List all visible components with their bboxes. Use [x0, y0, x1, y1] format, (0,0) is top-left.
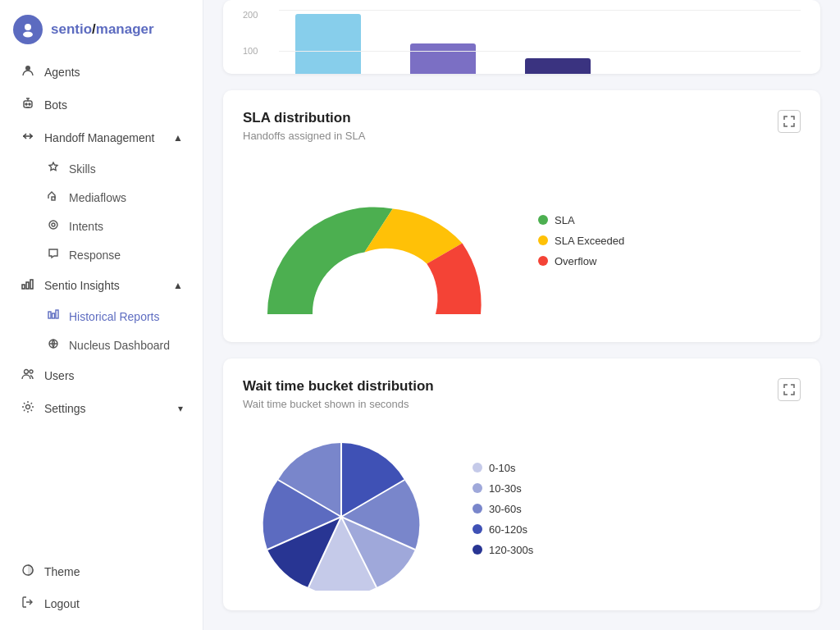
insights-label: Sentio Insights [44, 279, 120, 292]
sidebar-group-insights[interactable]: Sentio Insights ▲ [7, 270, 196, 301]
nucleus-dashboard-label: Nucleus Dashboard [69, 339, 170, 352]
sidebar-item-intents[interactable]: Intents [7, 212, 196, 240]
wait-time-titles: Wait time bucket distribution Wait time … [243, 378, 434, 423]
sidebar-item-agents[interactable]: Agents [7, 57, 196, 88]
agents-label: Agents [44, 66, 80, 79]
sla-legend-exceeded-label: SLA Exceeded [555, 235, 624, 247]
settings-icon [20, 400, 36, 417]
handoff-label: Handoff Management [44, 131, 154, 144]
users-icon [20, 368, 36, 384]
dot-120-300 [472, 545, 482, 555]
sidebar-item-settings[interactable]: Settings ▾ [7, 393, 196, 424]
skills-label: Skills [69, 162, 96, 176]
dot-30-60 [472, 504, 482, 514]
mediaflows-label: Mediaflows [69, 191, 126, 204]
y-label-100: 100 [243, 46, 258, 56]
y-label-200: 200 [243, 10, 258, 20]
response-label: Response [69, 249, 121, 262]
wait-time-body: 0-10s 10-30s 30-60s 60-120s 120-300s [243, 427, 801, 591]
sla-legend-exceeded: SLA Exceeded [538, 235, 624, 247]
sidebar-item-response[interactable]: Response [7, 241, 196, 268]
wait-time-svg [243, 427, 440, 591]
sla-dot [538, 215, 548, 225]
sidebar-item-skills[interactable]: Skills [7, 155, 196, 182]
logout-icon [20, 596, 36, 612]
sla-legend-sla: SLA [538, 214, 624, 226]
svg-point-18 [26, 405, 30, 409]
svg-rect-12 [48, 312, 51, 318]
wait-legend-30-60: 30-60s [472, 503, 533, 515]
svg-point-1 [23, 32, 33, 38]
svg-rect-9 [22, 285, 25, 289]
sidebar-item-bots[interactable]: Bots [7, 89, 196, 121]
wait-time-subtitle: Wait time bucket shown in seconds [243, 398, 434, 410]
sidebar-item-theme[interactable]: Theme [7, 556, 196, 587]
skills-icon [46, 162, 61, 176]
logo-avatar [13, 15, 43, 44]
y-axis: 200 100 0 [243, 10, 262, 74]
nucleus-icon [46, 338, 61, 352]
svg-rect-11 [30, 280, 33, 289]
sla-legend-overflow-label: Overflow [555, 255, 596, 267]
theme-icon [20, 564, 36, 580]
label-10-30: 10-30s [489, 482, 522, 495]
dot-0-10 [472, 463, 482, 472]
bar-abandoned-group [410, 43, 476, 74]
wait-time-expand-button[interactable] [778, 378, 801, 401]
label-0-10: 0-10s [489, 462, 516, 474]
bar-assigned [295, 14, 361, 74]
wait-time-header: Wait time bucket distribution Wait time … [243, 378, 801, 423]
svg-point-5 [29, 103, 30, 105]
label-30-60: 30-60s [489, 503, 522, 515]
sidebar-item-users[interactable]: Users [7, 360, 196, 391]
sidebar-bottom: Theme Logout [0, 555, 203, 630]
users-label: Users [44, 369, 75, 382]
wait-time-pie [243, 427, 440, 591]
mediaflows-icon [46, 190, 61, 204]
svg-rect-13 [52, 313, 55, 318]
intents-label: Intents [69, 220, 103, 233]
svg-point-8 [52, 223, 55, 226]
handoff-icon [20, 130, 36, 146]
bar-cancelled [525, 58, 591, 74]
bots-icon [20, 97, 36, 113]
sidebar-item-logout[interactable]: Logout [7, 588, 196, 619]
sidebar-item-nucleus-dashboard[interactable]: Nucleus Dashboard [7, 331, 196, 358]
grid-line-top [279, 10, 801, 11]
wait-legend-10-30: 10-30s [472, 482, 533, 495]
sla-svg [243, 158, 505, 322]
wait-legend-60-120: 60-120s [472, 523, 533, 536]
svg-rect-6 [52, 197, 55, 200]
svg-point-17 [30, 370, 33, 373]
wait-time-card: Wait time bucket distribution Wait time … [223, 358, 820, 610]
wait-time-title: Wait time bucket distribution [243, 378, 434, 395]
dot-60-120 [472, 524, 482, 534]
sla-overflow-dot [538, 256, 548, 266]
svg-point-16 [25, 370, 29, 374]
svg-point-7 [49, 221, 57, 229]
wait-legend-0-10: 0-10s [472, 462, 533, 474]
sidebar-group-handoff[interactable]: Handoff Management ▲ [7, 122, 196, 153]
sidebar-item-mediaflows[interactable]: Mediaflows [7, 184, 196, 211]
sidebar-item-historical-reports[interactable]: Historical Reports [7, 303, 196, 330]
sla-legend-sla-label: SLA [555, 214, 575, 226]
sla-body: SLA SLA Exceeded Overflow [243, 158, 801, 322]
sla-expand-button[interactable] [778, 110, 801, 133]
intents-icon [46, 219, 61, 233]
main-content: 200 100 0 [203, 0, 840, 630]
bar-abandoned [410, 43, 476, 74]
label-60-120: 60-120s [489, 523, 527, 536]
agents-icon [20, 64, 36, 80]
settings-label: Settings [44, 402, 86, 415]
sla-subtitle: Handoffs assigned in SLA [243, 130, 365, 142]
sla-exceeded-dot [538, 235, 548, 245]
sla-title: SLA distribution [243, 110, 365, 126]
svg-point-4 [25, 103, 27, 105]
bar-chart-card: 200 100 0 [223, 0, 820, 74]
wait-legend-120-300: 120-300s [472, 544, 533, 556]
sla-green-segment [267, 208, 393, 314]
handoff-chevron: ▲ [173, 132, 183, 144]
sidebar: sentio/manager Agents Bots Handoff Manag… [0, 0, 203, 630]
historical-reports-label: Historical Reports [69, 310, 159, 323]
bars-group [279, 10, 801, 74]
